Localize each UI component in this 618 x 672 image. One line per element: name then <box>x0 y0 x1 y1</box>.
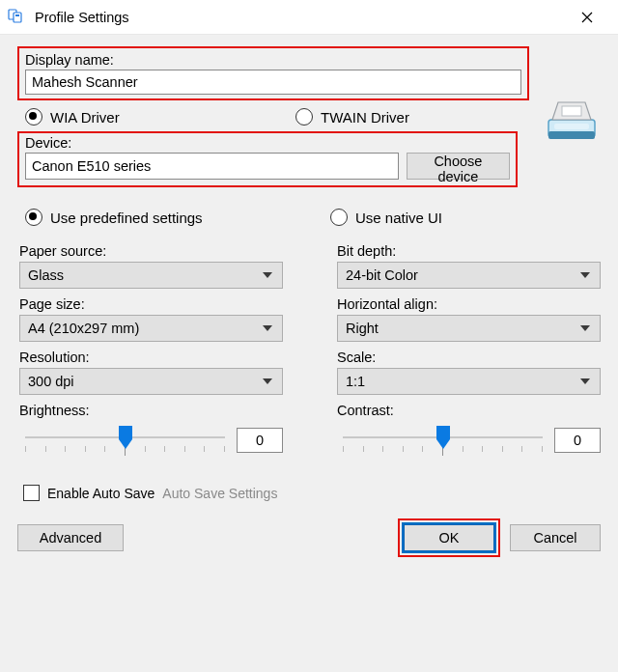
display-name-input[interactable] <box>25 70 521 95</box>
choose-device-button[interactable]: Choose device <box>407 153 510 180</box>
native-ui-label: Use native UI <box>355 210 442 226</box>
device-field[interactable] <box>25 153 399 180</box>
chevron-down-icon <box>257 316 278 341</box>
settings-mode-radio-group: Use predefined settings Use native UI <box>25 209 585 226</box>
bit-depth-select[interactable]: 24-bit Color <box>337 262 601 289</box>
predefined-settings-option[interactable]: Use predefined settings <box>25 209 330 226</box>
brightness-label: Brightness: <box>19 403 283 418</box>
scanner-icon <box>543 91 601 149</box>
ok-button[interactable]: OK <box>404 524 494 551</box>
device-label: Device: <box>25 135 510 151</box>
svg-rect-1 <box>14 13 21 22</box>
brightness-input[interactable] <box>237 428 283 453</box>
bit-depth-label: Bit depth: <box>337 243 601 259</box>
display-name-group: Display name: <box>17 46 529 100</box>
radio-icon <box>25 209 42 226</box>
wia-driver-label: WIA Driver <box>50 109 120 126</box>
svg-rect-5 <box>562 106 581 116</box>
svg-rect-2 <box>15 14 19 16</box>
radio-icon <box>25 108 42 126</box>
svg-rect-6 <box>554 124 589 129</box>
predefined-settings-label: Use predefined settings <box>50 210 203 226</box>
radio-icon <box>330 209 348 226</box>
twain-driver-option[interactable]: TWAIN Driver <box>295 108 409 126</box>
app-icon <box>8 8 27 27</box>
chevron-down-icon <box>575 263 596 288</box>
page-size-label: Page size: <box>19 296 283 312</box>
twain-driver-label: TWAIN Driver <box>321 109 409 126</box>
display-name-label: Display name: <box>25 52 521 68</box>
brightness-slider[interactable] <box>19 421 231 460</box>
paper-source-label: Paper source: <box>19 243 283 259</box>
contrast-label: Contrast: <box>337 403 601 418</box>
auto-save-settings-link: Auto Save Settings <box>162 486 277 501</box>
chevron-down-icon <box>257 369 278 394</box>
scale-select[interactable]: 1:1 <box>337 368 601 395</box>
driver-radio-group: WIA Driver TWAIN Driver <box>25 108 527 126</box>
advanced-button[interactable]: Advanced <box>17 524 124 551</box>
scale-value: 1:1 <box>346 374 365 389</box>
svg-rect-4 <box>548 131 595 139</box>
device-group: Device: Choose device <box>17 131 518 187</box>
horizontal-align-select[interactable]: Right <box>337 315 601 342</box>
dialog-content: Display name: WIA Driver TWAIN Driver De… <box>0 35 618 571</box>
slider-thumb-icon <box>436 426 450 449</box>
ok-highlight: OK <box>398 518 500 557</box>
resolution-label: Resolution: <box>19 350 283 365</box>
horizontal-align-value: Right <box>346 321 379 336</box>
resolution-select[interactable]: 300 dpi <box>19 368 283 395</box>
native-ui-option[interactable]: Use native UI <box>330 209 442 226</box>
radio-icon <box>295 108 313 126</box>
wia-driver-option[interactable]: WIA Driver <box>25 108 295 126</box>
chevron-down-icon <box>575 316 596 341</box>
enable-auto-save-label: Enable Auto Save <box>47 486 154 501</box>
slider-thumb-icon <box>119 426 132 449</box>
page-size-value: A4 (210x297 mm) <box>28 321 139 336</box>
page-size-select[interactable]: A4 (210x297 mm) <box>19 315 283 342</box>
contrast-slider[interactable] <box>337 421 548 460</box>
chevron-down-icon <box>257 263 278 288</box>
paper-source-value: Glass <box>28 267 64 283</box>
resolution-value: 300 dpi <box>28 374 74 389</box>
chevron-down-icon <box>575 369 596 394</box>
bit-depth-value: 24-bit Color <box>346 267 418 283</box>
scale-label: Scale: <box>337 350 601 365</box>
window-title: Profile Settings <box>35 10 129 25</box>
paper-source-select[interactable]: Glass <box>19 262 283 289</box>
contrast-input[interactable] <box>554 428 601 453</box>
left-column: Paper source: Glass Page size: A4 (210x2… <box>19 243 283 467</box>
close-button[interactable] <box>566 3 608 32</box>
cancel-button[interactable]: Cancel <box>510 524 601 551</box>
titlebar: Profile Settings <box>0 0 618 35</box>
right-column: Bit depth: 24-bit Color Horizontal align… <box>337 243 601 467</box>
horizontal-align-label: Horizontal align: <box>337 296 601 312</box>
enable-auto-save-checkbox[interactable] <box>23 485 40 501</box>
